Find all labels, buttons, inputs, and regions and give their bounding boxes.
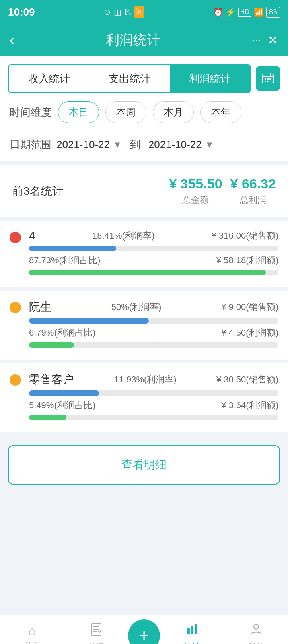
page-title: 利润统计	[14, 31, 252, 50]
item-bar-blue-fill-0	[29, 246, 116, 251]
tab-income[interactable]: 收入统计	[9, 65, 89, 92]
status-icons: ⊙ ◫ 𝕂 词	[104, 6, 144, 18]
item-name-2: 零售客户	[29, 372, 74, 387]
item-header-2: 零售客户 11.93%(利润率) ¥ 30.50(销售额) 5.49%(利润占比…	[10, 372, 278, 423]
item-sales-0: ¥ 316.00(销售额)	[212, 230, 278, 242]
item-profit-ratio-0: 87.73%(利润占比)	[29, 254, 100, 266]
view-detail-button[interactable]: 查看明细	[8, 445, 280, 485]
svg-rect-4	[265, 78, 266, 80]
item-bar-blue-0	[29, 246, 278, 251]
tabs-container: 收入统计 支出统计 利润统计	[0, 56, 288, 93]
item-name-1: 阮生	[29, 299, 51, 315]
back-button[interactable]: ‹	[10, 32, 14, 49]
header: ‹ 利润统计 ··· ✕	[0, 24, 288, 56]
add-button[interactable]: +	[128, 619, 160, 644]
item-bar-blue-1	[29, 318, 278, 324]
item-sales-1: ¥ 9.00(销售额)	[221, 301, 278, 313]
summary-amount-label: 总金额	[169, 194, 222, 206]
date-from-picker[interactable]: 2021-10-22 ▼	[56, 138, 122, 151]
item-profit-amount-1: ¥ 4.50(利润额)	[221, 327, 278, 339]
item-row1-0: 4 18.41%(利润率) ¥ 316.00(销售额)	[29, 229, 278, 242]
time-btn-day[interactable]: 本日	[58, 101, 99, 123]
nav-item-orders[interactable]: 单据	[64, 623, 128, 644]
item-bar-green-2	[29, 415, 278, 420]
more-button[interactable]: ···	[252, 34, 261, 47]
tab-expense[interactable]: 支出统计	[89, 65, 170, 92]
item-bar-green-fill-2	[29, 415, 66, 420]
alarm-icon: ⏰	[213, 7, 223, 17]
time-btn-month[interactable]: 本月	[153, 101, 194, 123]
item-dot-1	[10, 302, 21, 313]
item-dot-0	[10, 232, 21, 243]
date-from-value: 2021-10-22	[56, 138, 110, 151]
summary-amount-value: ¥ 355.50	[169, 176, 222, 192]
nav-label-home: 首页	[24, 641, 40, 644]
date-to-picker[interactable]: 2021-10-22 ▼	[148, 138, 214, 151]
item-row1-2: 零售客户 11.93%(利润率) ¥ 30.50(销售额)	[29, 372, 278, 387]
item-bar-blue-fill-1	[29, 318, 149, 324]
item-name-0: 4	[29, 229, 35, 242]
date-from-arrow: ▼	[113, 140, 122, 150]
item-rate-1: 50%(利润率)	[111, 301, 162, 313]
summary-card: 前3名统计 ¥ 355.50 总金额 ¥ 66.32 总利润	[0, 165, 288, 221]
svg-rect-5	[267, 78, 269, 80]
svg-point-16	[254, 624, 259, 629]
calendar-icon-button[interactable]	[256, 66, 280, 91]
signal-icon: 📶	[254, 7, 264, 17]
item-bar-green-fill-0	[29, 270, 266, 275]
item-profit-ratio-1: 6.79%(利润占比)	[29, 327, 95, 339]
hd-icon: HD	[238, 8, 251, 17]
item-bar-green-0	[29, 270, 278, 275]
item-profit-ratio-2: 5.49%(利润占比)	[29, 399, 95, 411]
status-time: 10:09	[8, 6, 35, 19]
item-profit-amount-0: ¥ 58.18(利润额)	[216, 254, 278, 266]
item-bar-blue-2	[29, 390, 278, 396]
nav-label-stats: 统计	[184, 641, 200, 644]
svg-rect-14	[191, 626, 193, 634]
spacer	[0, 494, 288, 615]
battery-icon: 86	[266, 7, 280, 18]
svg-rect-6	[269, 78, 271, 80]
app-icon2: 词	[134, 6, 144, 18]
home-icon: ⌂	[28, 623, 36, 638]
item-bar-green-1	[29, 342, 278, 348]
item-row2-0: 87.73%(利润占比) ¥ 58.18(利润额)	[29, 254, 278, 266]
tab-profit[interactable]: 利润统计	[170, 65, 250, 92]
date-range-label: 日期范围	[10, 138, 51, 152]
stats-icon	[186, 623, 199, 639]
svg-rect-7	[265, 80, 266, 82]
item-bar-blue-fill-2	[29, 390, 99, 396]
item-row1-1: 阮生 50%(利润率) ¥ 9.00(销售额)	[29, 299, 278, 315]
nav-item-mine[interactable]: 我的	[224, 623, 288, 644]
nav-label-mine: 我的	[248, 641, 264, 644]
item-rate-2: 11.93%(利润率)	[114, 374, 176, 386]
nav-item-stats[interactable]: 统计	[160, 623, 224, 644]
item-sales-2: ¥ 30.50(销售额)	[216, 374, 278, 386]
svg-rect-15	[195, 624, 197, 634]
item-dot-2	[10, 374, 21, 386]
summary-total-amount: ¥ 355.50 总金额	[169, 176, 222, 206]
nav-item-add[interactable]: +	[128, 619, 160, 644]
nav-item-home[interactable]: ⌂ 首页	[0, 623, 64, 644]
svg-rect-8	[267, 80, 269, 82]
item-header-1: 阮生 50%(利润率) ¥ 9.00(销售额) 6.79%(利润占比) ¥ 4.…	[10, 299, 278, 351]
date-to-value: 2021-10-22	[148, 138, 202, 151]
item-card-0: 4 18.41%(利润率) ¥ 316.00(销售额) 87.73%(利润占比)…	[0, 221, 288, 291]
nav-label-orders: 单据	[88, 641, 104, 644]
close-button[interactable]: ✕	[267, 33, 278, 48]
date-to-label: 到	[130, 138, 140, 152]
item-row2-2: 5.49%(利润占比) ¥ 3.64(利润额)	[29, 399, 278, 411]
item-bar-green-fill-1	[29, 342, 74, 348]
summary-label: 前3名统计	[12, 184, 161, 199]
time-btn-week[interactable]: 本周	[105, 101, 146, 123]
time-filter-label: 时间维度	[10, 105, 51, 120]
item-profit-amount-2: ¥ 3.64(利润额)	[221, 399, 278, 411]
item-rate-0: 18.41%(利润率)	[92, 230, 154, 242]
summary-profit-value: ¥ 66.32	[230, 176, 276, 192]
item-header-0: 4 18.41%(利润率) ¥ 316.00(销售额) 87.73%(利润占比)…	[10, 229, 278, 279]
item-content-1: 阮生 50%(利润率) ¥ 9.00(销售额) 6.79%(利润占比) ¥ 4.…	[29, 299, 278, 351]
time-btn-year[interactable]: 本年	[200, 101, 241, 123]
svg-rect-13	[187, 628, 190, 634]
item-row2-1: 6.79%(利润占比) ¥ 4.50(利润额)	[29, 327, 278, 339]
bottom-nav: ⌂ 首页 单据 + 统计	[0, 615, 288, 644]
